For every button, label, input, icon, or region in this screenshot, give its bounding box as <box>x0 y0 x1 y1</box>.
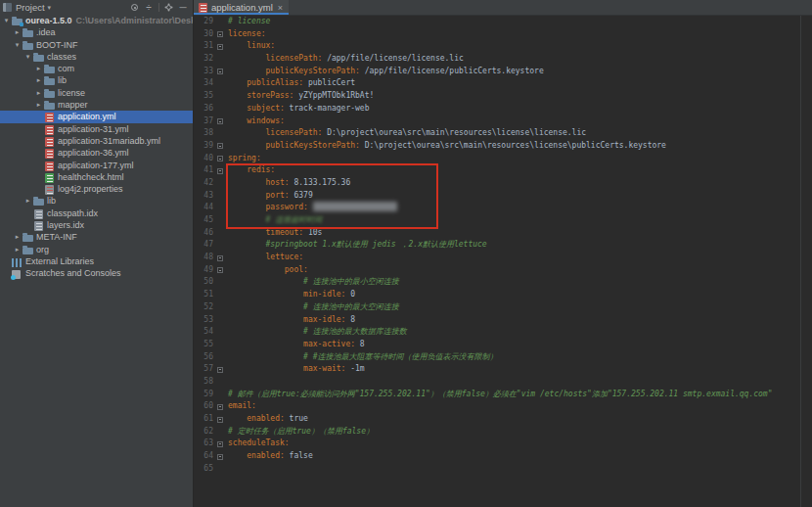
fold-marker-icon[interactable] <box>217 454 223 460</box>
fold-marker-icon[interactable] <box>217 404 223 410</box>
fold-marker-icon[interactable] <box>217 168 223 174</box>
tree-item-scratches-and-consoles[interactable]: Scratches and Consoles <box>0 267 193 279</box>
tree-item-application-177.yml[interactable]: application-177.yml <box>0 160 193 171</box>
line-number: 48 <box>194 252 213 264</box>
code-line-65[interactable]: 65 <box>194 463 812 476</box>
chevron-expanded-icon[interactable]: ▾ <box>23 51 32 63</box>
fold-marker-icon[interactable] <box>217 267 223 273</box>
code-line-60[interactable]: 60email: <box>194 400 812 413</box>
code-line-42[interactable]: 42 host: 8.133.175.36 <box>194 177 812 190</box>
code-line-51[interactable]: 51 min-idle: 0 <box>194 289 812 301</box>
tree-item-meta-inf[interactable]: ▸META-INF <box>0 231 193 243</box>
code-line-31[interactable]: 31 linux: <box>194 40 812 53</box>
chevron-collapsed-icon[interactable]: ▸ <box>13 231 22 243</box>
minimize-icon[interactable]: ─ <box>176 0 190 15</box>
code-line-43[interactable]: 43 port: 6379 <box>194 190 812 203</box>
fold-marker-icon[interactable] <box>217 156 223 161</box>
fold-marker-icon[interactable] <box>217 143 223 149</box>
code-line-32[interactable]: 32 licensePath: /app/file/license/licens… <box>194 53 812 66</box>
code-line-46[interactable]: 46 timeout: 10s <box>194 227 812 240</box>
fold-marker-icon[interactable] <box>217 44 223 50</box>
chevron-down-icon[interactable]: ▾ <box>48 4 52 12</box>
code-line-52[interactable]: 52 # 连接池中的最大空闲连接 <box>194 301 812 314</box>
code-line-40[interactable]: 40spring: <box>194 153 812 165</box>
chevron-collapsed-icon[interactable]: ▸ <box>23 195 32 207</box>
code-line-36[interactable]: 36 subject: track-manager-web <box>194 103 812 115</box>
code-line-45[interactable]: 45 # 连接超时时间 <box>194 214 812 227</box>
tree-item-.idea[interactable]: ▸.idea <box>0 26 193 38</box>
chevron-expanded-icon[interactable]: ▾ <box>13 39 22 51</box>
yaml-file-icon <box>199 3 207 13</box>
yaml-comment: # 邮件（启用true:必须能访问外网"157.255.202.11"）（禁用f… <box>228 390 773 398</box>
code-line-38[interactable]: 38 licensePath: D:\project\ourea\src\mai… <box>194 127 812 140</box>
tab-application-yml[interactable]: application.yml × <box>194 0 289 15</box>
tree-item-application-36.yml[interactable]: application-36.yml <box>0 147 193 159</box>
code-line-35[interactable]: 35 storePass: yZYppMTObk1RbAt! <box>194 90 812 103</box>
tree-item-application-31mariadb.yml[interactable]: application-31mariadb.yml <box>0 135 193 147</box>
tree-item-log4j2.properties[interactable]: log4j2.properties <box>0 183 193 195</box>
tree-item-external-libraries[interactable]: External Libraries <box>0 255 193 267</box>
tree-item-application-31.yml[interactable]: application-31.yml <box>0 123 193 135</box>
code-line-30[interactable]: 30license: <box>194 28 812 41</box>
code-line-49[interactable]: 49 pool: <box>194 264 812 277</box>
code-line-33[interactable]: 33 publicKeysStorePath: /app/file/licens… <box>194 66 812 78</box>
code-line-41[interactable]: 41 redis: <box>194 164 812 177</box>
fold-marker-icon[interactable] <box>217 417 223 423</box>
tree-item-label: license <box>58 87 85 99</box>
tree-item-layers.idx[interactable]: layers.idx <box>0 219 193 231</box>
tree-item-lib[interactable]: ▸lib <box>0 74 193 86</box>
yaml-comment: # 连接池的最大数据库连接数 <box>228 327 407 336</box>
tree-item-ourea-1.5.0[interactable]: ▾ourea-1.5.0C:\Users\Administrator\Deskt… <box>0 15 193 26</box>
chevron-expanded-icon[interactable]: ▾ <box>2 15 11 26</box>
code-line-63[interactable]: 63scheduleTask: <box>194 438 812 450</box>
collapse-all-icon[interactable]: ÷ <box>142 0 156 15</box>
code-line-34[interactable]: 34 publicAlias: publicCert <box>194 77 812 90</box>
code-line-50[interactable]: 50 # 连接池中的最小空闲连接 <box>194 276 812 289</box>
fold-marker-icon[interactable] <box>217 441 223 447</box>
chevron-collapsed-icon[interactable]: ▸ <box>13 244 22 255</box>
code-area[interactable]: 29# license30license:31 linux:32 license… <box>194 16 812 507</box>
code-line-48[interactable]: 48 lettuce: <box>194 252 812 264</box>
chevron-collapsed-icon[interactable]: ▸ <box>13 26 22 38</box>
fold-marker-icon[interactable] <box>217 367 223 373</box>
code-line-61[interactable]: 61 enabled: true <box>194 413 812 426</box>
tool-window-icon <box>3 3 12 12</box>
tree-item-healthcheck.html[interactable]: healthcheck.html <box>0 171 193 183</box>
chevron-collapsed-icon[interactable]: ▸ <box>34 74 43 86</box>
close-icon[interactable]: × <box>278 3 283 13</box>
tree-item-lib[interactable]: ▸lib <box>0 195 193 207</box>
tree-item-mapper[interactable]: ▸mapper <box>0 99 193 111</box>
locate-icon[interactable] <box>128 0 142 15</box>
fold-marker-icon[interactable] <box>217 31 223 37</box>
code-line-47[interactable]: 47 #springboot 1.x默认使用 jedis ，2.x默认使用let… <box>194 239 812 252</box>
tree-item-classpath.idx[interactable]: classpath.idx <box>0 207 193 219</box>
fold-marker-icon[interactable] <box>217 255 223 261</box>
tree-item-org[interactable]: ▸org <box>0 244 193 255</box>
code-line-59[interactable]: 59# 邮件（启用true:必须能访问外网"157.255.202.11"）（禁… <box>194 389 812 401</box>
chevron-collapsed-icon[interactable]: ▸ <box>34 87 43 99</box>
fold-marker-icon[interactable] <box>217 118 223 124</box>
code-line-58[interactable]: 58 <box>194 376 812 389</box>
settings-icon[interactable] <box>162 0 176 15</box>
fold-marker-icon[interactable] <box>217 69 223 74</box>
code-line-62[interactable]: 62# 定时任务（启用true）（禁用false） <box>194 426 812 438</box>
code-line-53[interactable]: 53 max-idle: 8 <box>194 314 812 327</box>
code-line-55[interactable]: 55 max-active: 8 <box>194 339 812 351</box>
code-line-54[interactable]: 54 # 连接池的最大数据库连接数 <box>194 326 812 339</box>
folder-icon <box>33 199 44 206</box>
tree-item-license[interactable]: ▸license <box>0 87 193 99</box>
chevron-collapsed-icon[interactable]: ▸ <box>34 63 43 74</box>
tree-item-com[interactable]: ▸com <box>0 63 193 74</box>
code-line-39[interactable]: 39 publicKeysStorePath: D:\project\ourea… <box>194 140 812 153</box>
editor-scrollbar[interactable] <box>800 16 812 507</box>
code-line-29[interactable]: 29# license <box>194 16 812 28</box>
code-line-37[interactable]: 37 windows: <box>194 115 812 128</box>
tree-item-boot-inf[interactable]: ▾BOOT-INF <box>0 39 193 51</box>
chevron-collapsed-icon[interactable]: ▸ <box>34 99 43 111</box>
tree-item-application.yml[interactable]: application.yml <box>0 111 193 122</box>
code-line-44[interactable]: 44 password: <box>194 202 812 214</box>
code-line-56[interactable]: 56 # #连接池最大阻塞等待时间（使用负值表示没有限制） <box>194 351 812 364</box>
code-line-57[interactable]: 57 max-wait: -1m <box>194 363 812 376</box>
code-line-64[interactable]: 64 enabled: false <box>194 450 812 463</box>
tree-item-classes[interactable]: ▾classes <box>0 51 193 63</box>
